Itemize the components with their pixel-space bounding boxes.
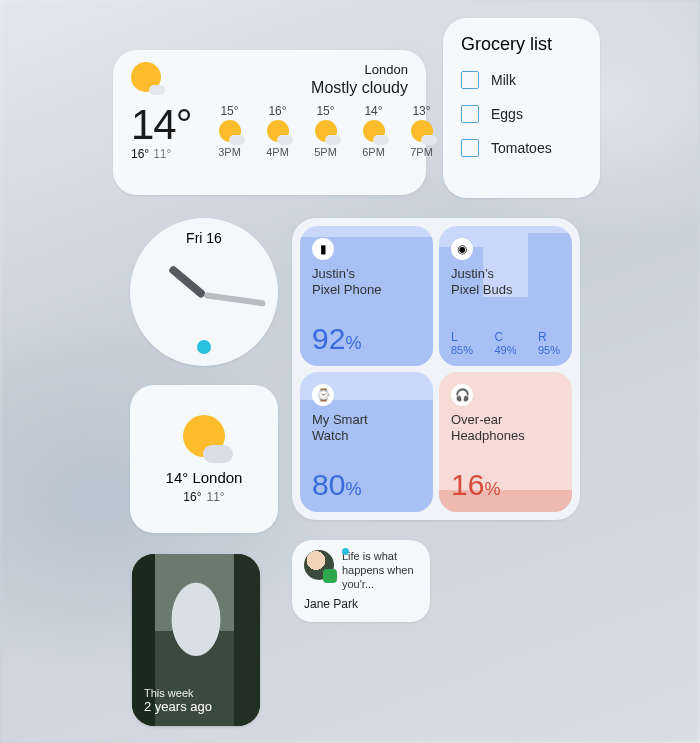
notification-message: Life is what happens when you'r... [342, 550, 418, 591]
weather-widget-small[interactable]: 14° London 16°11° [130, 385, 278, 533]
photo-memory-widget[interactable]: This week 2 years ago [132, 554, 260, 726]
device-percent: 80% [312, 468, 421, 502]
device-percent: 16% [451, 468, 560, 502]
clock-date: Fri 16 [186, 230, 222, 246]
weather-forecast-row: 15°3PM 16°4PM 15°5PM 14°6PM 13°7PM [210, 104, 442, 158]
grocery-item[interactable]: Tomatoes [461, 139, 582, 157]
weather-condition: Mostly cloudy [311, 78, 408, 97]
clock-minute-hand [204, 292, 266, 307]
device-percent: 92% [312, 322, 421, 356]
checkbox-icon[interactable] [461, 71, 479, 89]
device-name: Justin’s Pixel Buds [451, 266, 560, 299]
device-name: My Smart Watch [312, 412, 421, 445]
weather-high-low: 16°11° [183, 490, 224, 504]
weather-icon [181, 415, 227, 461]
notification-sender: Jane Park [304, 597, 418, 611]
unread-dot-icon [342, 548, 349, 555]
clock-second-dot [197, 340, 211, 354]
memory-caption-primary: This week [144, 687, 212, 699]
device-name: Over-ear Headphones [451, 412, 560, 445]
weather-high-low: 16°11° [131, 147, 192, 161]
notification-widget[interactable]: Life is what happens when you'r... Jane … [292, 540, 430, 622]
weather-icon [131, 62, 161, 92]
avatar [304, 550, 334, 580]
device-earbuds[interactable]: ◉ Justin’s Pixel Buds L85% C49% R95% [439, 226, 572, 366]
weather-temp: 14° [131, 101, 192, 149]
device-name: Justin’s Pixel Phone [312, 266, 421, 299]
forecast-hour: 16°4PM [258, 104, 298, 158]
forecast-hour: 14°6PM [354, 104, 394, 158]
device-battery-widget[interactable]: ▮ Justin’s Pixel Phone 92% ◉ Justin’s Pi… [292, 218, 580, 520]
checkbox-icon[interactable] [461, 105, 479, 123]
forecast-hour: 13°7PM [402, 104, 442, 158]
weather-location: London [311, 62, 408, 78]
device-headphones[interactable]: 🎧 Over-ear Headphones 16% [439, 372, 572, 512]
weather-temp-city: 14° London [166, 469, 243, 486]
clock-widget[interactable]: Fri 16 [130, 218, 278, 366]
earbuds-icon: ◉ [451, 238, 473, 260]
earbuds-stats: L85% C49% R95% [451, 330, 560, 356]
phone-icon: ▮ [312, 238, 334, 260]
grocery-item[interactable]: Eggs [461, 105, 582, 123]
forecast-hour: 15°5PM [306, 104, 346, 158]
grocery-list-widget[interactable]: Grocery list Milk Eggs Tomatoes [443, 18, 600, 198]
memory-caption-secondary: 2 years ago [144, 699, 212, 714]
weather-widget-large[interactable]: London Mostly cloudy 14° 16°11° 15°3PM 1… [113, 50, 426, 195]
checkbox-icon[interactable] [461, 139, 479, 157]
forecast-hour: 15°3PM [210, 104, 250, 158]
device-phone[interactable]: ▮ Justin’s Pixel Phone 92% [300, 226, 433, 366]
watch-icon: ⌚ [312, 384, 334, 406]
grocery-title: Grocery list [461, 34, 582, 55]
clock-hour-hand [168, 265, 207, 299]
device-watch[interactable]: ⌚ My Smart Watch 80% [300, 372, 433, 512]
headphones-icon: 🎧 [451, 384, 473, 406]
grocery-item[interactable]: Milk [461, 71, 582, 89]
